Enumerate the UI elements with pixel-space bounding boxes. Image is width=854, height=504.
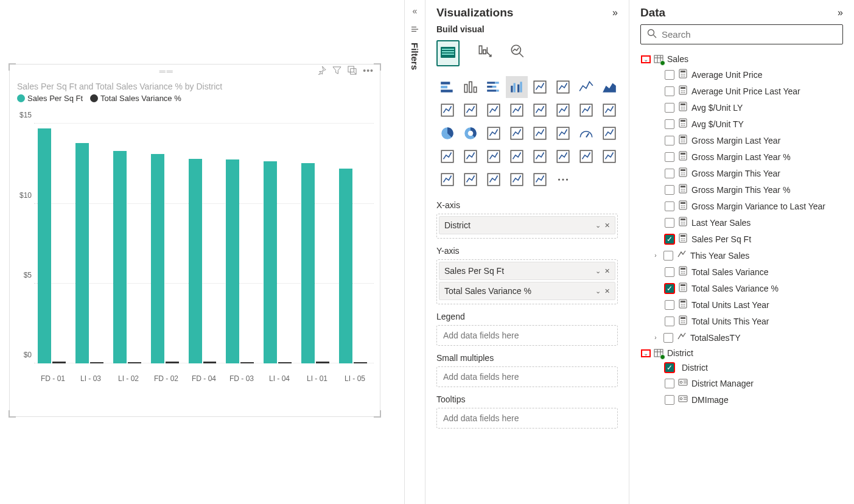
report-canvas[interactable]: ══ ••• Sales Per Sq Ft and Total Sales V… <box>0 0 404 504</box>
filters-label[interactable]: Filters <box>410 43 420 70</box>
viz-type-stacked-column-100[interactable] <box>529 76 551 98</box>
viz-type-slicer[interactable] <box>483 145 505 167</box>
field-checkbox[interactable] <box>665 379 674 388</box>
field-checkbox[interactable] <box>665 267 674 277</box>
viz-type-area[interactable] <box>598 76 620 98</box>
chevron-right-icon[interactable]: › <box>651 252 660 259</box>
viz-type-ribbon[interactable] <box>529 99 551 121</box>
bar-group[interactable] <box>335 108 371 363</box>
viz-type-more[interactable] <box>552 169 574 191</box>
viz-type-donut[interactable] <box>460 122 481 144</box>
remove-icon[interactable]: ✕ <box>604 287 610 295</box>
field-checkbox[interactable] <box>665 152 674 162</box>
viz-type-bar-clustered-100[interactable] <box>552 76 574 98</box>
field-row[interactable]: Gross Margin This Year % <box>640 181 843 198</box>
viz-type-table[interactable] <box>506 145 528 167</box>
build-visual-icon[interactable] <box>436 40 460 66</box>
field-row[interactable]: Avg $/Unit LY <box>640 99 843 116</box>
remove-icon[interactable]: ✕ <box>604 267 610 275</box>
well-item[interactable]: District⌄✕ <box>439 216 615 234</box>
bar-group[interactable] <box>260 108 295 363</box>
field-row[interactable]: Last Year Sales <box>640 214 843 231</box>
viz-type-py-visual[interactable] <box>575 145 597 167</box>
field-checkbox[interactable] <box>665 185 674 195</box>
viz-type-clustered-column[interactable] <box>506 76 528 98</box>
viz-type-azure-map[interactable] <box>552 122 574 144</box>
viz-type-bar-line-1[interactable] <box>483 99 505 121</box>
remove-icon[interactable]: ✕ <box>604 222 610 229</box>
viz-type-line-clustered[interactable] <box>460 99 481 121</box>
field-checkbox[interactable] <box>663 333 673 343</box>
bar-group[interactable] <box>185 108 220 363</box>
viz-type-kpi[interactable] <box>460 145 481 167</box>
field-row[interactable]: District Manager <box>640 375 843 391</box>
field-checkbox[interactable] <box>665 86 674 96</box>
viz-type-powerapps[interactable] <box>506 169 528 191</box>
analytics-icon[interactable] <box>509 43 525 63</box>
bar-group[interactable] <box>72 108 107 363</box>
well-item[interactable]: Total Sales Variance %⌄✕ <box>439 282 615 300</box>
field-row[interactable]: Total Sales Variance <box>640 264 843 280</box>
field-checkbox[interactable]: ✓ <box>665 234 674 244</box>
bar-group[interactable] <box>222 108 257 363</box>
viz-type-line[interactable] <box>575 76 597 98</box>
field-row[interactable]: Avg $/Unit TY <box>640 116 843 132</box>
field-row[interactable]: Gross Margin Variance to Last Year <box>640 198 843 214</box>
legend-well[interactable]: Add data fields here <box>436 325 618 346</box>
viz-type-gauge[interactable] <box>575 122 597 144</box>
field-row[interactable]: Gross Margin This Year <box>640 165 843 181</box>
field-checkbox[interactable] <box>665 119 674 129</box>
field-checkbox[interactable]: ✓ <box>665 363 674 373</box>
field-row[interactable]: ✓Total Sales Variance % <box>640 280 843 296</box>
field-row[interactable]: Total Units This Year <box>640 313 843 329</box>
field-row[interactable]: DMImage <box>640 391 843 408</box>
chevron-down-icon[interactable]: ⌄ <box>642 350 650 357</box>
field-checkbox[interactable] <box>665 300 674 310</box>
viz-type-stacked-bar-h[interactable] <box>436 76 458 98</box>
viz-type-r-visual[interactable] <box>552 145 574 167</box>
bar-group[interactable] <box>110 108 145 363</box>
chevron-down-icon[interactable]: ⌄ <box>642 56 650 63</box>
field-checkbox[interactable] <box>665 169 674 178</box>
field-checkbox[interactable] <box>665 201 674 211</box>
well-item[interactable]: Sales Per Sq Ft⌄✕ <box>439 262 615 280</box>
field-checkbox[interactable] <box>665 103 674 113</box>
viz-type-stacked-bar-v[interactable] <box>483 76 505 98</box>
field-checkbox[interactable] <box>665 317 674 326</box>
table-sales[interactable]: ⌄Sales <box>640 52 843 66</box>
viz-type-scatter[interactable] <box>598 99 620 121</box>
viz-type-filled-map[interactable] <box>529 122 551 144</box>
viz-type-card[interactable] <box>598 122 620 144</box>
bar-group[interactable] <box>147 108 183 363</box>
viz-type-paginated[interactable] <box>483 169 505 191</box>
viz-type-clustered-bar-v[interactable] <box>460 76 481 98</box>
chevron-down-icon[interactable]: ⌄ <box>595 267 601 275</box>
chevron-down-icon[interactable]: ⌄ <box>595 222 601 229</box>
viz-type-funnel[interactable] <box>575 99 597 121</box>
chevron-right-icon[interactable]: › <box>651 334 660 341</box>
field-checkbox[interactable] <box>665 395 674 405</box>
viz-type-map[interactable] <box>506 122 528 144</box>
field-row[interactable]: Gross Margin Last Year <box>640 132 843 149</box>
field-checkbox[interactable] <box>665 70 674 80</box>
collapse-left-icon[interactable]: « <box>413 6 418 16</box>
chevron-down-icon[interactable]: ⌄ <box>595 287 601 295</box>
viz-type-pie[interactable] <box>436 122 458 144</box>
field-row[interactable]: Average Unit Price <box>640 66 843 83</box>
field-row[interactable]: Total Units Last Year <box>640 296 843 313</box>
viz-type-matrix[interactable] <box>529 145 551 167</box>
bar-group[interactable] <box>298 108 333 363</box>
viz-type-automate[interactable] <box>529 169 551 191</box>
yaxis-well[interactable]: Sales Per Sq Ft⌄✕ Total Sales Variance %… <box>436 259 618 304</box>
field-checkbox[interactable] <box>665 218 674 228</box>
viz-type-treemap[interactable] <box>483 122 505 144</box>
filter-icon[interactable] <box>332 66 341 77</box>
field-row[interactable]: ›This Year Sales <box>640 247 843 264</box>
expand-icon[interactable]: » <box>838 7 843 18</box>
viz-type-qa[interactable] <box>460 169 481 191</box>
viz-type-multi-row[interactable] <box>436 145 458 167</box>
viz-type-waterfall[interactable] <box>552 99 574 121</box>
expand-icon[interactable]: » <box>612 7 618 18</box>
search-input[interactable] <box>662 29 836 40</box>
drag-handle-icon[interactable]: ══ <box>16 66 317 76</box>
